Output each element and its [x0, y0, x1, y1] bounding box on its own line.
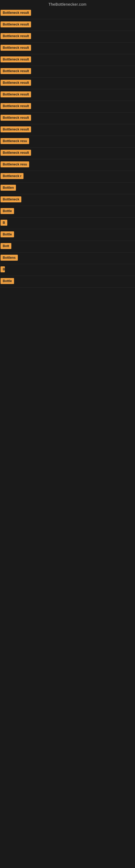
- bottleneck-item-11[interactable]: Bottleneck resu: [0, 136, 135, 148]
- bottleneck-badge-19: Bottle: [1, 231, 14, 237]
- bottleneck-item-8[interactable]: Bottleneck result: [0, 101, 135, 113]
- bottleneck-item-19[interactable]: Bottle: [0, 229, 135, 241]
- bottleneck-badge-11: Bottleneck resu: [1, 138, 29, 144]
- site-title: TheBottlenecker.com: [0, 0, 135, 8]
- bottleneck-badge-15: Bottlen: [1, 185, 16, 191]
- bottleneck-item-6[interactable]: Bottleneck result: [0, 78, 135, 89]
- bottleneck-item-13[interactable]: Bottleneck resu: [0, 159, 135, 171]
- bottleneck-badge-5: Bottleneck result: [1, 68, 31, 74]
- bottleneck-item-1[interactable]: Bottleneck result: [0, 19, 135, 31]
- bottleneck-item-21[interactable]: Bottlens: [0, 252, 135, 264]
- bottleneck-item-15[interactable]: Bottlen: [0, 183, 135, 194]
- bottleneck-item-22[interactable]: B: [0, 264, 135, 276]
- bottleneck-item-12[interactable]: Bottleneck result: [0, 148, 135, 159]
- bottleneck-item-4[interactable]: Bottleneck result: [0, 54, 135, 66]
- bottleneck-badge-16: Bottleneck: [1, 196, 21, 203]
- bottleneck-item-14[interactable]: Bottleneck r: [0, 171, 135, 183]
- bottleneck-item-17[interactable]: Bottle: [0, 206, 135, 218]
- bottleneck-badge-13: Bottleneck resu: [1, 161, 29, 167]
- bottleneck-badge-22: B: [1, 267, 5, 272]
- bottleneck-badge-18: B: [1, 220, 7, 226]
- bottleneck-badge-1: Bottleneck result: [1, 22, 31, 27]
- bottleneck-badge-9: Bottleneck result: [1, 115, 31, 121]
- bottleneck-item-16[interactable]: Bottleneck: [0, 194, 135, 206]
- bottleneck-badge-10: Bottleneck result: [1, 126, 31, 132]
- bottleneck-badge-0: Bottleneck result: [1, 10, 31, 16]
- bottleneck-item-7[interactable]: Bottleneck result: [0, 89, 135, 101]
- bottleneck-item-2[interactable]: Bottleneck result: [0, 31, 135, 42]
- bottleneck-item-20[interactable]: Bott: [0, 241, 135, 252]
- bottleneck-item-5[interactable]: Bottleneck result: [0, 66, 135, 78]
- bottleneck-badge-3: Bottleneck result: [1, 45, 31, 51]
- bottleneck-item-23[interactable]: Bottle: [0, 276, 135, 287]
- bottleneck-badge-14: Bottleneck r: [1, 173, 24, 179]
- bottleneck-list: Bottleneck resultBottleneck resultBottle…: [0, 8, 135, 287]
- bottleneck-badge-7: Bottleneck result: [1, 91, 31, 97]
- bottleneck-badge-20: Bott: [1, 243, 11, 249]
- bottleneck-badge-4: Bottleneck result: [1, 56, 31, 62]
- bottleneck-item-0[interactable]: Bottleneck result: [0, 8, 135, 19]
- bottleneck-badge-6: Bottleneck result: [1, 80, 31, 86]
- bottleneck-badge-21: Bottlens: [1, 255, 18, 261]
- bottleneck-item-9[interactable]: Bottleneck result: [0, 113, 135, 124]
- bottleneck-badge-12: Bottleneck result: [1, 150, 31, 156]
- bottleneck-item-3[interactable]: Bottleneck result: [0, 42, 135, 54]
- bottleneck-badge-17: Bottle: [1, 208, 14, 214]
- bottleneck-badge-23: Bottle: [1, 278, 14, 284]
- bottleneck-badge-2: Bottleneck result: [1, 33, 31, 39]
- bottleneck-badge-8: Bottleneck result: [1, 103, 31, 109]
- bottleneck-item-18[interactable]: B: [0, 218, 135, 229]
- bottleneck-item-10[interactable]: Bottleneck result: [0, 124, 135, 136]
